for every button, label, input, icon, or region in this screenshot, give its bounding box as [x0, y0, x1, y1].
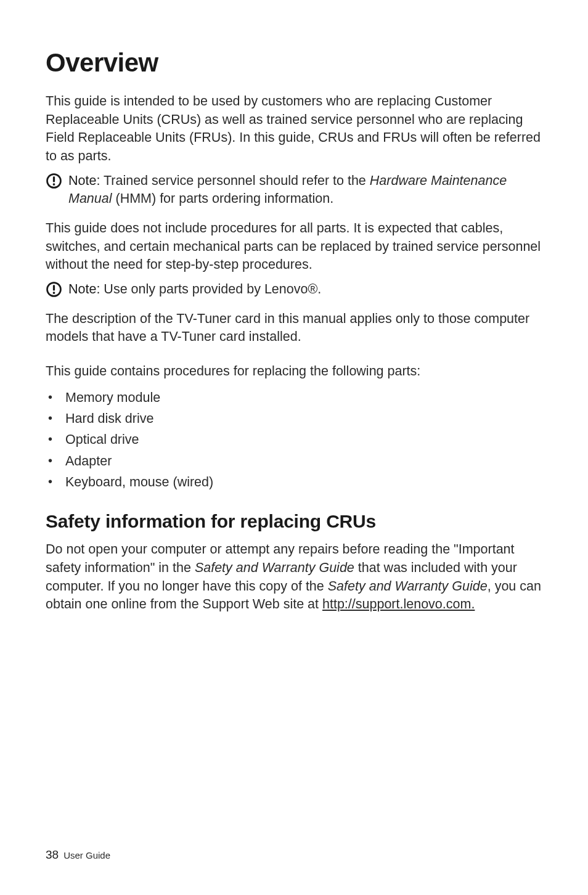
support-link[interactable]: http://support.lenovo.com. — [322, 597, 475, 611]
footer-label: User Guide — [63, 850, 110, 860]
safety-i2: Safety and Warranty Guide — [328, 579, 488, 594]
note-1-before: Trained service personnel should refer t… — [100, 173, 369, 188]
svg-point-5 — [53, 292, 55, 294]
svg-rect-1 — [53, 176, 55, 182]
note-1-text: Note: Trained service personnel should r… — [68, 172, 542, 208]
note-2-body: Use only parts provided by Lenovo®. — [100, 282, 321, 296]
attention-icon — [46, 280, 62, 298]
section-subheading: Safety information for replacing CRUs — [46, 511, 542, 532]
list-item: Hard disk drive — [46, 408, 542, 429]
safety-i1: Safety and Warranty Guide — [195, 560, 354, 575]
attention-icon — [46, 172, 62, 189]
note-2-text: Note: Use only parts provided by Lenovo®… — [68, 280, 321, 299]
page-number: 38 — [46, 848, 59, 861]
svg-point-2 — [53, 183, 55, 186]
note-block-2: Note: Use only parts provided by Lenovo®… — [46, 280, 542, 299]
note-block-1: Note: Trained service personnel should r… — [46, 172, 542, 208]
paragraph-2: This guide does not include procedures f… — [46, 219, 542, 274]
intro-paragraph: This guide is intended to be used by cus… — [46, 92, 542, 166]
document-page: Overview This guide is intended to be us… — [0, 0, 588, 895]
parts-list: Memory module Hard disk drive Optical dr… — [46, 387, 542, 493]
note-label: Note: — [68, 282, 100, 296]
list-item: Keyboard, mouse (wired) — [46, 472, 542, 492]
paragraph-3: The description of the TV-Tuner card in … — [46, 310, 542, 346]
list-item: Optical drive — [46, 429, 542, 450]
list-item: Adapter — [46, 451, 542, 472]
note-1-after: (HMM) for parts ordering information. — [112, 191, 334, 206]
paragraph-4: This guide contains procedures for repla… — [46, 362, 542, 381]
page-footer: 38User Guide — [46, 848, 110, 862]
list-item: Memory module — [46, 387, 542, 408]
page-title: Overview — [46, 48, 542, 78]
svg-rect-4 — [53, 285, 55, 290]
note-label: Note: — [68, 173, 100, 188]
safety-paragraph: Do not open your computer or attempt any… — [46, 541, 542, 614]
